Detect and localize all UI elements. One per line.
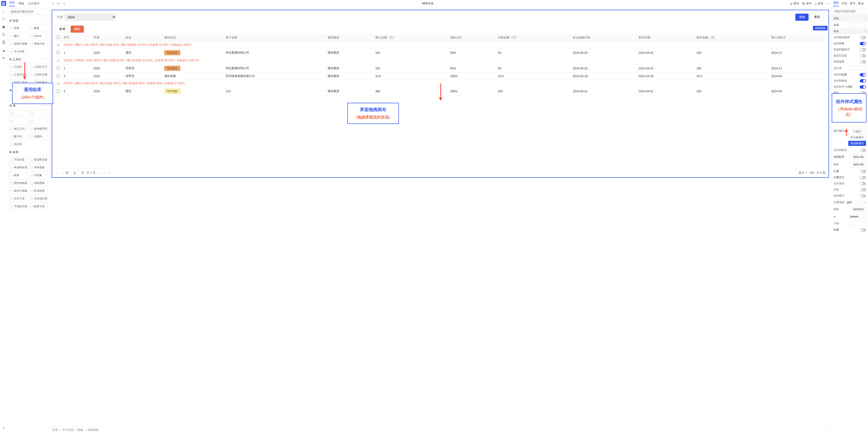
ui-input[interactable] xyxy=(849,214,866,219)
toggle-autoshow[interactable] xyxy=(860,194,866,198)
search-button[interactable]: 搜索 xyxy=(795,14,809,21)
tab-components[interactable]: 组件 xyxy=(9,1,15,6)
view-config-button[interactable]: 编辑对象 xyxy=(851,155,866,160)
column-header[interactable]: 预计成单月 xyxy=(769,34,826,41)
page-input[interactable] xyxy=(70,170,79,175)
toggle-colmove[interactable] xyxy=(860,79,866,82)
help-icon[interactable]: ? xyxy=(1,426,6,431)
component-item[interactable]: ▢工具栏文字 xyxy=(29,64,47,70)
share-icon[interactable]: ⇆ xyxy=(1,56,6,60)
more-icon[interactable]: ⋯ xyxy=(826,1,829,6)
reset-button[interactable]: 重置 xyxy=(810,14,824,21)
component-item[interactable]: ▢窗口 xyxy=(9,33,27,39)
collapse-icon[interactable]: − xyxy=(865,30,866,33)
column-header[interactable] xyxy=(55,34,62,41)
crumb-item[interactable]: 卡片容器 xyxy=(62,428,73,432)
group-head[interactable]: ⚙ 容器⌃ xyxy=(9,17,48,24)
mode-check[interactable]: 复选框模式 xyxy=(848,141,866,146)
component-item[interactable]: ▢ xyxy=(29,110,47,116)
toggle-deselect[interactable] xyxy=(860,36,866,39)
toggle-autoload[interactable] xyxy=(860,42,866,45)
expand-icon[interactable]: ⊟ xyxy=(57,82,59,85)
select-all-checkbox[interactable] xyxy=(57,36,60,39)
toggle-disable[interactable] xyxy=(860,60,866,64)
grid-icon[interactable]: ▦ xyxy=(1,1,6,6)
column-header[interactable]: 签单日期 xyxy=(637,34,694,41)
column-header[interactable]: 序号 xyxy=(62,34,92,41)
column-header[interactable]: 项目占比 xyxy=(448,34,496,41)
cloud-icon[interactable]: ☁ xyxy=(1,48,6,53)
component-item[interactable]: ▢字段容器 xyxy=(9,156,27,163)
component-item[interactable]: ▢表单字段集 xyxy=(9,188,27,194)
component-item[interactable]: ▢日期列 xyxy=(29,133,47,139)
component-item[interactable]: ▢选项卡面板 xyxy=(9,40,27,47)
component-item[interactable]: ▢ xyxy=(9,110,27,116)
tab-data[interactable]: 数据 xyxy=(858,1,864,6)
component-item[interactable]: ▢文本域字段 xyxy=(29,195,47,202)
component-item[interactable]: ▢复选框容器 xyxy=(29,156,47,163)
column-header[interactable]: 年度 xyxy=(92,34,124,41)
property-search-input[interactable] xyxy=(833,9,867,14)
component-item[interactable]: ▢卡片容器 xyxy=(9,48,27,55)
db-icon[interactable]: 🗄 xyxy=(1,40,6,45)
column-header[interactable]: 分配金额（万） xyxy=(496,34,571,41)
pager-refresh-icon[interactable]: ↻ xyxy=(108,171,112,175)
group-head[interactable]: ⚙ 工具栏⌃ xyxy=(9,56,48,63)
group-head[interactable]: ⚙ 表单⌃ xyxy=(9,149,48,156)
expand-icon[interactable]: ⊟ xyxy=(57,43,59,47)
pager-next-icon[interactable]: › xyxy=(97,171,100,175)
toggle-colsort[interactable] xyxy=(860,148,866,152)
delete-button[interactable]: 删除 xyxy=(71,26,84,33)
row-checkbox[interactable] xyxy=(57,66,60,70)
pager-last-icon[interactable]: » xyxy=(102,171,106,175)
component-item[interactable]: ▢字段集 xyxy=(29,172,47,178)
component-item[interactable]: ▢iframe xyxy=(29,33,47,39)
component-search-input[interactable] xyxy=(9,9,48,14)
column-header[interactable]: 签单金额（万） xyxy=(694,34,769,41)
column-header[interactable]: 项目状态 xyxy=(162,34,224,41)
header-button[interactable]: 编辑对象 xyxy=(851,162,866,167)
component-item[interactable]: ▢文本字段 xyxy=(9,195,27,202)
sitemap-icon[interactable]: ⚇ xyxy=(1,16,6,22)
tab-templates[interactable]: 模板 xyxy=(19,1,24,6)
toggle-float[interactable] xyxy=(860,188,866,192)
component-item[interactable]: ▢下拉框字段 xyxy=(9,203,27,209)
component-item[interactable]: ▢ xyxy=(29,118,47,124)
layers-icon[interactable]: ☰ xyxy=(1,32,6,37)
component-item[interactable]: ▢标签字段 xyxy=(29,203,47,209)
component-item[interactable]: ▢工具栏分隔标识 xyxy=(29,71,47,78)
component-item[interactable]: ▢自动编导列 xyxy=(29,125,47,132)
design-canvas[interactable]: 年度 2024 搜索 重置 表格面板 新增 删除 序号年度姓名项目状态客户名称项… xyxy=(52,10,829,178)
column-header[interactable]: 姓名 xyxy=(124,34,162,41)
table-row[interactable]: 22024管理员初步接洽得化集团有限公司项目概述10050%502024-04-… xyxy=(55,64,826,73)
toggle-scroll[interactable] xyxy=(860,182,866,185)
crumb-item[interactable]: 表格面板 xyxy=(87,428,99,432)
tab-appearance[interactable]: 外观 xyxy=(841,1,847,6)
column-header[interactable]: 客户名称 xyxy=(224,34,325,41)
toggle-collapsestate[interactable] xyxy=(860,176,866,179)
clear-icon[interactable]: ⓧ xyxy=(863,200,866,204)
row-checkbox[interactable] xyxy=(57,89,60,93)
collapse-icon[interactable]: − xyxy=(865,16,866,20)
column-header[interactable]: 预计金额（万） xyxy=(373,34,448,41)
table-row[interactable]: 12024测试初步接洽得化集团有限公司项目概述10050%502024-04-0… xyxy=(55,49,826,57)
publish-button[interactable]: △ 发布 xyxy=(814,1,823,6)
component-item[interactable]: ▢ xyxy=(9,118,27,124)
row-checkbox[interactable] xyxy=(57,51,60,54)
plugin-button[interactable]: 编辑数组 xyxy=(851,207,866,212)
crumb-item[interactable]: 页面 xyxy=(52,428,58,432)
component-item[interactable]: ▢单选框容器 xyxy=(9,164,27,170)
mode-cell[interactable]: 单元格模式 xyxy=(848,135,866,140)
toggle-hide[interactable] xyxy=(860,228,866,232)
edit-icon[interactable]: ✎ xyxy=(52,2,54,5)
expand-icon[interactable]: ⊟ xyxy=(57,59,59,62)
component-item[interactable]: ▢自定义列 xyxy=(9,125,27,132)
mode-row[interactable]: 行模式 xyxy=(848,129,866,134)
preview-button[interactable]: ◎ 预览 xyxy=(790,1,799,6)
component-item[interactable]: ▢组织结构选择 xyxy=(9,180,27,186)
pager-prev-icon[interactable]: ‹ xyxy=(61,171,64,175)
table-row[interactable]: 32024管理员项目线索苏州德奥电梯有限公司项目概述10.5100%10.520… xyxy=(55,73,826,80)
empty-text-input[interactable] xyxy=(849,66,866,70)
toggle-colhide[interactable] xyxy=(860,73,866,76)
component-item[interactable]: ▢按钮分组 xyxy=(29,40,47,47)
